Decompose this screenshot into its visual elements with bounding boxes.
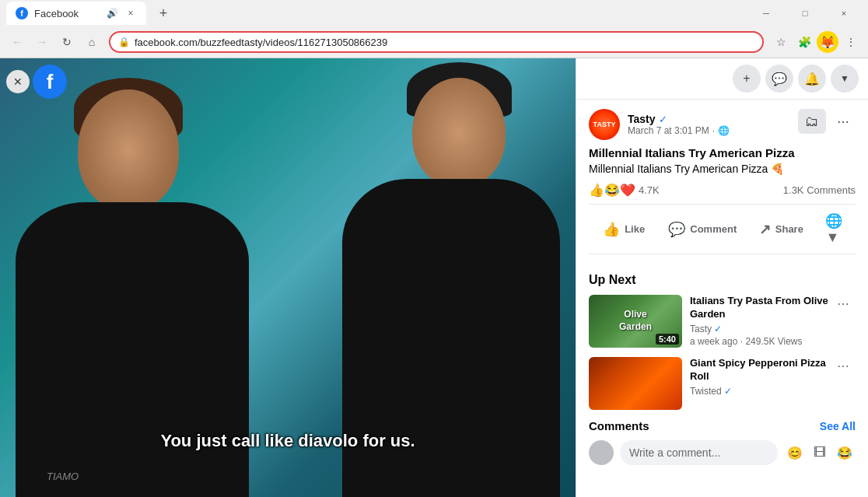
profile-button[interactable]: 🦊 (817, 31, 838, 53)
channel-name-1: Tasty (690, 324, 712, 334)
comment-icons: 😊 🎞 😂 (784, 442, 856, 464)
gif-button[interactable]: 🎞 (809, 442, 831, 464)
reactions-left: 👍 😂 ❤️ 4.7K (589, 183, 660, 198)
watermark-text: TIAMO (47, 471, 79, 482)
audience-icon: 🌐▼ (825, 212, 846, 246)
video-background: You just call like diavolo for us. TIAMO (0, 58, 576, 497)
video-meta-1: a week ago · 249.5K Views (690, 336, 829, 347)
video-card-2[interactable]: Giant Spicy Pepperoni Pizza Roll Twisted… (589, 357, 856, 410)
author-name-row: Tasty ✓ (628, 113, 730, 125)
post-author-row: TASTY Tasty ✓ March 7 at 3:01 PM · 🌐 (589, 109, 730, 140)
back-button[interactable]: ← (6, 31, 28, 53)
chevron-button[interactable]: ▼ (831, 65, 859, 93)
minimize-button[interactable]: ─ (748, 0, 784, 26)
title-bar: f Facebook 🔊 × + ─ □ × (0, 0, 868, 26)
like-label: Like (625, 223, 645, 235)
like-icon: 👍 (603, 221, 620, 238)
video-title-2: Giant Spicy Pepperoni Pizza Roll (690, 357, 829, 383)
star-button[interactable]: ☆ (770, 31, 792, 53)
post-header-actions: 🗂 ⋯ (798, 109, 856, 134)
share-button[interactable]: ↗ Share (746, 215, 816, 244)
comment-label: Comment (690, 223, 737, 235)
share-icon: ↗ (759, 221, 771, 238)
post-subtitle: Millennial Italians Try American Pizza 🍕 (589, 163, 856, 175)
channel-verified-1: ✓ (714, 324, 722, 334)
author-name: Tasty (628, 113, 656, 125)
tab-title: Facebook (34, 8, 100, 19)
thumb-label-1: OliveGarden (619, 309, 652, 333)
notifications-button[interactable]: 🔔 (798, 65, 826, 93)
maximize-button[interactable]: □ (787, 0, 823, 26)
messenger-button[interactable]: 💬 (765, 65, 793, 93)
tab-audio-icon: 🔊 (107, 8, 118, 19)
nav-right-buttons: ☆ 🧩 🦊 ⋮ (770, 31, 862, 53)
forward-button[interactable]: → (31, 31, 53, 53)
video-info-2: Giant Spicy Pepperoni Pizza Roll Twisted… (690, 357, 829, 398)
video-panel[interactable]: You just call like diavolo for us. TIAMO… (0, 58, 576, 497)
video-card-1[interactable]: OliveGarden 5:40 Italians Try Pasta From… (589, 295, 856, 348)
video-title-1: Italians Try Pasta From Olive Garden (690, 295, 829, 321)
video-channel-row-1: Tasty ✓ (690, 324, 829, 334)
sticker-button[interactable]: 😂 (834, 442, 856, 464)
author-info: Tasty ✓ March 7 at 3:01 PM · 🌐 (628, 113, 730, 136)
video-close-button[interactable]: ✕ (6, 70, 30, 93)
post-save-button[interactable]: 🗂 (798, 109, 826, 134)
address-bar[interactable]: 🔒 facebook.com/buzzfeedtasty/videos/1162… (109, 31, 764, 53)
verified-badge: ✓ (659, 114, 667, 125)
window-controls: ─ □ × (748, 0, 862, 26)
subtitle-bar: You just call like diavolo for us. (160, 431, 415, 451)
nav-bar: ← → ↻ ⌂ 🔒 facebook.com/buzzfeedtasty/vid… (0, 26, 868, 58)
see-all-button[interactable]: See All (820, 420, 856, 432)
add-button[interactable]: + (733, 65, 761, 93)
channel-verified-2: ✓ (724, 386, 732, 397)
action-buttons: 👍 Like 💬 Comment ↗ Share 🌐▼ (589, 204, 856, 254)
subtitle-text: You just call like diavolo for us. (160, 431, 415, 450)
new-tab-button[interactable]: + (152, 2, 174, 24)
facebook-logo: f (33, 65, 67, 99)
tasty-logo[interactable]: TASTY (589, 109, 620, 140)
reaction-count: 4.7K (639, 184, 660, 196)
menu-button[interactable]: ⋮ (840, 31, 862, 53)
like-button[interactable]: 👍 Like (589, 215, 659, 244)
comments-section: Comments See All Write a comment... 😊 🎞 … (576, 419, 868, 465)
comments-header: Comments See All (589, 419, 856, 432)
video-more-button-1[interactable]: ⋯ (837, 295, 856, 311)
emoji-button[interactable]: 😊 (784, 442, 806, 464)
post-more-button[interactable]: ⋯ (831, 109, 856, 134)
globe-icon: 🌐 (718, 125, 730, 136)
post-meta: March 7 at 3:01 PM · 🌐 (628, 125, 730, 136)
tab-close-button[interactable]: × (124, 7, 137, 19)
comment-placeholder: Write a comment... (629, 446, 720, 459)
video-info-1: Italians Try Pasta From Olive Garden Tas… (690, 295, 829, 347)
up-next-section: Up Next OliveGarden 5:40 Italians Try Pa… (576, 273, 868, 419)
person-left-head (78, 89, 179, 210)
refresh-button[interactable]: ↻ (56, 31, 78, 53)
url-text: facebook.com/buzzfeedtasty/videos/116271… (135, 37, 754, 48)
love-emoji: ❤️ (620, 183, 635, 198)
person-left-body (16, 202, 249, 497)
right-panel: + 💬 🔔 ▼ TASTY Tasty ✓ (576, 58, 868, 497)
comments-count: 1.3K Comments (783, 184, 856, 196)
main-content: You just call like diavolo for us. TIAMO… (0, 58, 868, 497)
channel-name-2: Twisted (690, 386, 722, 397)
comment-input[interactable]: Write a comment... (620, 440, 778, 465)
video-channel-row-2: Twisted ✓ (690, 386, 829, 397)
close-window-button[interactable]: × (826, 0, 862, 26)
post-info: TASTY Tasty ✓ March 7 at 3:01 PM · 🌐 (576, 100, 868, 273)
haha-emoji: 😂 (604, 183, 620, 198)
reaction-emojis: 👍 😂 ❤️ (589, 183, 635, 198)
comment-button[interactable]: 💬 Comment (659, 215, 746, 244)
comment-input-row: Write a comment... 😊 🎞 😂 (589, 440, 856, 465)
video-thumb-2 (589, 357, 682, 410)
video-more-button-2[interactable]: ⋯ (837, 357, 856, 373)
post-header: TASTY Tasty ✓ March 7 at 3:01 PM · 🌐 (589, 109, 856, 140)
home-button[interactable]: ⌂ (81, 31, 103, 53)
extensions-button[interactable]: 🧩 (793, 31, 815, 53)
up-next-title: Up Next (589, 273, 856, 287)
share-label: Share (775, 223, 803, 235)
right-top-bar: + 💬 🔔 ▼ (576, 58, 868, 100)
post-title: Millennial Italians Try American Pizza (589, 146, 856, 159)
comments-title: Comments (589, 419, 649, 432)
audience-button[interactable]: 🌐▼ (816, 206, 856, 252)
browser-tab[interactable]: f Facebook 🔊 × (6, 2, 146, 25)
